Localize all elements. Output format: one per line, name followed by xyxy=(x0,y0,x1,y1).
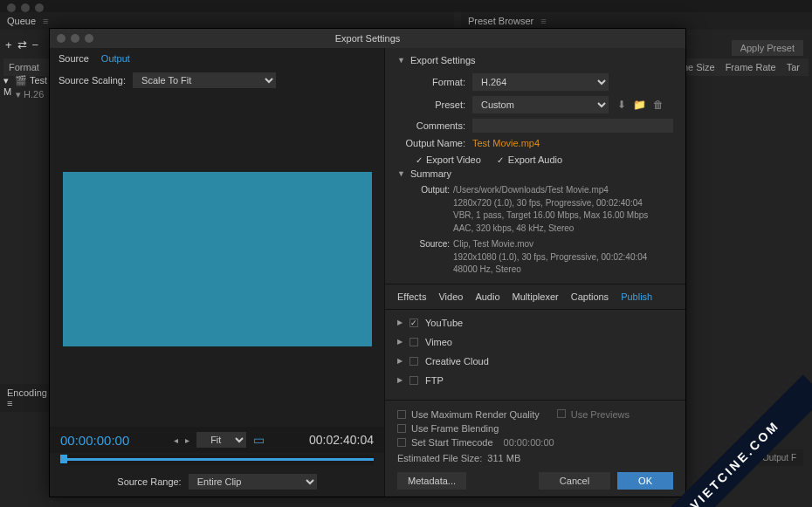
summary-output-audio: AAC, 320 kbps, 48 kHz, Stereo xyxy=(453,223,574,233)
preview-panel: Source Output Source Scaling: Scale To F… xyxy=(50,48,385,497)
export-video-checkbox[interactable]: ✓Export Video xyxy=(415,154,481,165)
delete-preset-icon[interactable]: 🗑 xyxy=(653,99,664,111)
tab-effects[interactable]: Effects xyxy=(397,291,426,302)
export-audio-label: Export Audio xyxy=(508,154,562,165)
export-audio-checkbox[interactable]: ✓Export Audio xyxy=(497,154,562,165)
checkbox[interactable] xyxy=(409,338,418,346)
cancel-button[interactable]: Cancel xyxy=(539,472,610,490)
menu-icon[interactable]: ≡ xyxy=(43,16,48,26)
source-range-select[interactable]: Entire Clip xyxy=(189,474,317,490)
disclosure-icon: ▶ xyxy=(397,357,403,365)
comments-input[interactable] xyxy=(472,119,673,133)
tab-video[interactable]: Video xyxy=(438,291,463,302)
disclosure-icon: ▼ xyxy=(397,56,405,65)
checkbox[interactable] xyxy=(409,376,418,385)
use-previews-checkbox[interactable] xyxy=(557,409,566,418)
settings-panel: ▼ Export Settings Format: H.264 Preset: … xyxy=(385,48,685,497)
import-preset-icon[interactable]: 📁 xyxy=(633,99,646,111)
source-scaling-select[interactable]: Scale To Fit xyxy=(133,72,276,88)
add-source-icon[interactable]: + xyxy=(5,38,12,51)
add-output-icon[interactable]: ⇄ xyxy=(17,38,27,51)
tab-audio[interactable]: Audio xyxy=(475,291,499,302)
checkbox[interactable]: ✓ xyxy=(409,319,418,327)
publish-label: Creative Cloud xyxy=(425,356,489,367)
tab-multiplexer[interactable]: Multiplexer xyxy=(513,291,559,302)
output-dropdown-icon[interactable]: ▾ xyxy=(16,89,21,99)
menu-icon[interactable]: ≡ xyxy=(7,398,12,408)
in-timecode[interactable]: 00:00:00:00 xyxy=(60,433,129,448)
encoding-panel-header: Encoding ≡ xyxy=(0,384,52,412)
source-scaling-label: Source Scaling: xyxy=(58,75,126,86)
max-render-checkbox[interactable] xyxy=(397,410,406,419)
next-frame-icon[interactable]: ▸ xyxy=(185,435,189,445)
metadata-button[interactable]: Metadata... xyxy=(397,472,466,490)
export-settings-header[interactable]: ▼ Export Settings xyxy=(397,55,673,71)
ok-button[interactable]: OK xyxy=(617,472,673,490)
preset-select[interactable]: Custom xyxy=(472,96,609,113)
comments-label: Comments: xyxy=(397,120,465,131)
summary-output-bitrate: VBR, 1 pass, Target 16.00 Mbps, Max 16.0… xyxy=(453,210,648,220)
use-previews-label: Use Previews xyxy=(571,409,630,420)
save-preset-icon[interactable]: ⬇ xyxy=(617,99,626,111)
tab-source[interactable]: Source xyxy=(58,53,89,64)
summary-body: Output:/Users/work/Downloads/Test Movie.… xyxy=(397,184,673,277)
queue-title: Queue xyxy=(7,16,36,26)
tab-output[interactable]: Output xyxy=(101,53,130,64)
encoding-title: Encoding xyxy=(7,387,47,398)
tab-captions[interactable]: Captions xyxy=(571,291,609,302)
menu-icon[interactable]: ≡ xyxy=(540,16,546,26)
timeline-bar xyxy=(60,458,374,461)
publish-list: ▶✓YouTube ▶Vimeo ▶Creative Cloud ▶FTP xyxy=(385,310,685,401)
format-select[interactable]: H.264 xyxy=(472,73,609,91)
preview-tabs: Source Output xyxy=(50,48,384,69)
timecode-row: 00:00:00:00 ◂ ▸ Fit ▭ 00:02:40:04 xyxy=(50,427,384,453)
dialog-title: Export Settings xyxy=(335,33,401,44)
prev-frame-icon[interactable]: ◂ xyxy=(174,435,178,445)
publish-ftp[interactable]: ▶FTP xyxy=(397,371,673,390)
queue-panel-header: Queue ≡ xyxy=(0,12,454,30)
preview-frame xyxy=(63,172,372,346)
summary-source-video: 1920x1080 (1.0), 30 fps, Progressive, 00… xyxy=(453,252,647,262)
format-label: Format: xyxy=(397,77,465,87)
max-render-label: Use Maximum Render Quality xyxy=(411,409,540,420)
apply-preset-button[interactable]: Apply Preset xyxy=(732,40,803,56)
start-timecode-value[interactable]: 00:00:00:00 xyxy=(504,437,554,448)
disclosure-icon: ▶ xyxy=(397,376,403,384)
estimated-size-label: Estimated File Size: xyxy=(397,453,482,463)
playhead-icon[interactable] xyxy=(60,455,67,463)
source-range-label: Source Range: xyxy=(117,476,181,487)
zoom-select[interactable]: Fit xyxy=(196,432,246,448)
timeline[interactable] xyxy=(60,455,374,465)
preset-browser-title: Preset Browser xyxy=(468,16,533,26)
tab-publish[interactable]: Publish xyxy=(621,291,652,302)
publish-label: Vimeo xyxy=(425,337,452,347)
output-name-link[interactable]: Test Movie.mp4 xyxy=(472,138,540,148)
frame-blending-label: Use Frame Blending xyxy=(411,423,499,434)
estimated-size-value: 311 MB xyxy=(487,453,520,463)
start-timecode-checkbox[interactable] xyxy=(397,438,406,447)
frame-blending-checkbox[interactable] xyxy=(397,424,406,433)
disclosure-icon: ▼ xyxy=(397,169,405,178)
output-codec: H.26 xyxy=(24,89,44,99)
remove-icon[interactable]: − xyxy=(32,38,39,51)
checkbox[interactable] xyxy=(409,357,418,366)
publish-youtube[interactable]: ▶✓YouTube xyxy=(397,313,673,332)
disclosure-icon: ▶ xyxy=(397,338,403,346)
out-timecode: 00:02:40:04 xyxy=(309,433,374,447)
output-file-column: Output F xyxy=(755,449,803,466)
preview-canvas xyxy=(50,92,384,427)
clip-icon: 🎬 xyxy=(15,75,27,86)
summary-header[interactable]: ▼ Summary xyxy=(397,168,673,184)
settings-tabs: Effects Video Audio Multiplexer Captions… xyxy=(385,284,685,310)
publish-creative-cloud[interactable]: ▶Creative Cloud xyxy=(397,352,673,371)
crop-icon[interactable]: ▭ xyxy=(253,433,265,447)
dialog-window-controls[interactable] xyxy=(57,34,93,43)
publish-vimeo[interactable]: ▶Vimeo xyxy=(397,332,673,352)
queue-output-row[interactable]: ▾ H.26 xyxy=(16,89,52,100)
disclosure-icon[interactable]: ▾ xyxy=(3,75,9,86)
summary-source-label: Source: xyxy=(415,238,450,251)
summary-source-clip: Clip, Test Movie.mov xyxy=(453,239,533,249)
summary-source-audio: 48000 Hz, Stereo xyxy=(453,264,521,274)
dialog-titlebar: Export Settings xyxy=(50,29,685,48)
summary-output-path: /Users/work/Downloads/Test Movie.mp4 xyxy=(453,185,609,195)
